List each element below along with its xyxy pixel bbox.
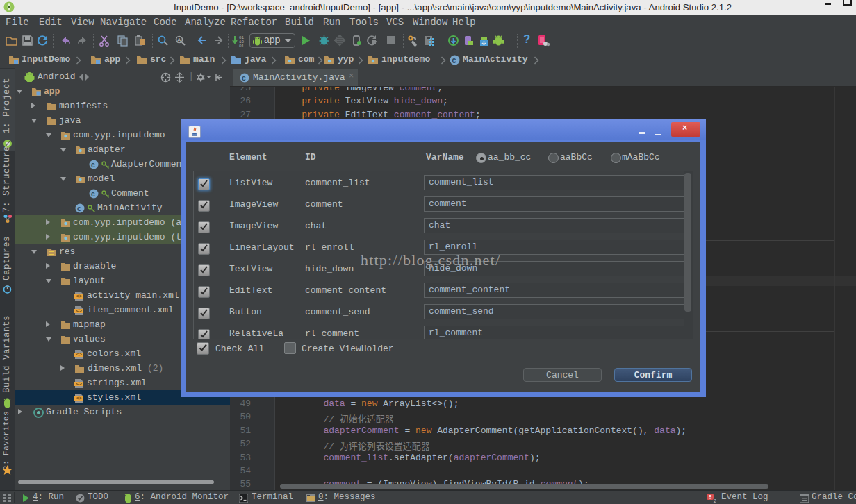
svg-text:<>: <> [76, 294, 82, 299]
svg-text:<>: <> [76, 352, 82, 358]
svg-text:<>: <> [76, 308, 82, 314]
svg-text:C: C [77, 205, 81, 213]
svg-text:A: A [177, 37, 181, 43]
svg-text:C: C [91, 191, 95, 199]
svg-text:C: C [452, 58, 456, 65]
svg-text:C: C [242, 75, 246, 83]
svg-text:<>: <> [76, 396, 82, 401]
svg-text:01: 01 [239, 44, 245, 47]
svg-text:<>: <> [76, 381, 82, 387]
svg-text:2: 2 [714, 498, 717, 503]
svg-text:C: C [91, 162, 95, 169]
